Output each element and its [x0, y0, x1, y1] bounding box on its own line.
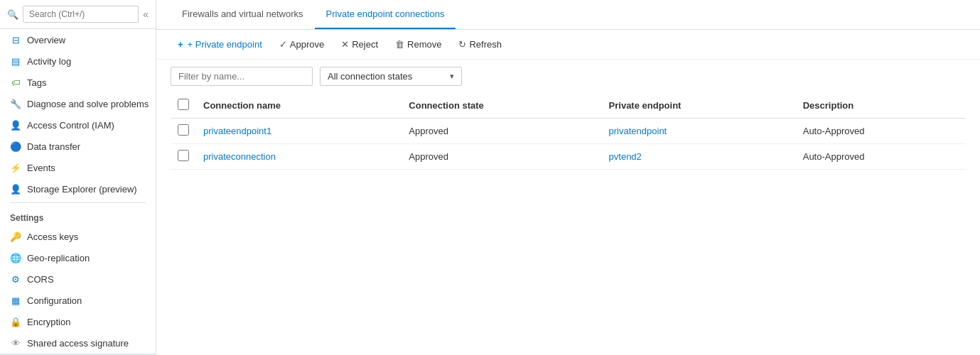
- sidebar: 🔍 « ⊟ Overview ▤ Activity log 🏷 Tags 🔧 D…: [0, 0, 156, 355]
- sidebar-item-data-transfer[interactable]: 🔵 Data transfer: [0, 136, 156, 157]
- iam-icon: 👤: [10, 119, 21, 131]
- sidebar-item-tags[interactable]: 🏷 Tags: [0, 72, 156, 93]
- storage-explorer-icon: 👤: [10, 183, 21, 195]
- sidebar-item-access-keys[interactable]: 🔑 Access keys: [0, 226, 156, 247]
- sidebar-item-activity-log[interactable]: ▤ Activity log: [0, 50, 156, 72]
- add-private-endpoint-button[interactable]: + + Private endpoint: [171, 36, 269, 53]
- tab-private-endpoints[interactable]: Private endpoint connections: [315, 0, 456, 29]
- sidebar-divider: [10, 202, 146, 203]
- col-header-state: Connection state: [402, 93, 601, 119]
- approve-button[interactable]: ✓ Approve: [272, 36, 331, 53]
- add-icon: +: [178, 39, 183, 50]
- sidebar-item-label: Configuration: [27, 295, 82, 306]
- row-checkbox-cell: [171, 144, 196, 170]
- refresh-button[interactable]: ↻ Refresh: [451, 36, 509, 53]
- geo-replication-icon: 🌐: [10, 252, 21, 263]
- col-header-endpoint: Private endpoint: [602, 93, 796, 119]
- table-header-row: Connection name Connection state Private…: [171, 93, 966, 119]
- private-endpoint-link[interactable]: privatendpoint: [609, 126, 667, 136]
- sidebar-nav: ⊟ Overview ▤ Activity log 🏷 Tags 🔧 Diagn…: [0, 29, 156, 200]
- sidebar-item-label: Storage Explorer (preview): [27, 184, 137, 195]
- refresh-icon: ↻: [458, 39, 466, 50]
- encryption-icon: 🔒: [10, 316, 21, 327]
- filters-container: All connection states ▾: [156, 60, 980, 93]
- tabs-container: Firewalls and virtual networks Private e…: [156, 0, 980, 30]
- connection-name-link[interactable]: privateconnection: [203, 151, 276, 162]
- access-keys-icon: 🔑: [10, 231, 21, 242]
- state-filter-dropdown[interactable]: All connection states ▾: [320, 67, 462, 86]
- sidebar-item-events[interactable]: ⚡ Events: [0, 157, 156, 178]
- reject-icon: ✕: [341, 39, 349, 50]
- table-row: privateconnection Approved pvtend2 Auto-…: [171, 144, 966, 170]
- activity-log-icon: ▤: [10, 55, 21, 67]
- tab-firewalls[interactable]: Firewalls and virtual networks: [171, 0, 315, 29]
- sidebar-item-label: Tags: [27, 77, 46, 88]
- sidebar-item-label: Access Control (IAM): [27, 120, 114, 131]
- sidebar-item-diagnose[interactable]: 🔧 Diagnose and solve problems: [0, 93, 156, 114]
- remove-button[interactable]: 🗑 Remove: [388, 36, 448, 53]
- sidebar-item-label: Overview: [27, 35, 65, 45]
- sidebar-collapse-button[interactable]: «: [143, 9, 149, 20]
- sidebar-item-label: Data transfer: [27, 141, 80, 152]
- overview-icon: ⊟: [10, 34, 21, 45]
- connections-table: Connection name Connection state Private…: [171, 93, 966, 170]
- row-select-checkbox[interactable]: [178, 150, 189, 161]
- row-select-checkbox[interactable]: [178, 124, 189, 136]
- table-row: privateendpoint1 Approved privatendpoint…: [171, 119, 966, 144]
- description-cell: Auto-Approved: [796, 144, 966, 170]
- sidebar-item-label: Access keys: [27, 231, 78, 242]
- sidebar-item-label: Encryption: [27, 317, 70, 327]
- main-content: Firewalls and virtual networks Private e…: [156, 0, 980, 355]
- private-endpoint-cell: privatendpoint: [602, 119, 796, 144]
- remove-icon: 🗑: [395, 39, 404, 50]
- settings-section-label: Settings: [0, 206, 156, 226]
- tags-icon: 🏷: [10, 77, 21, 88]
- approve-icon: ✓: [279, 39, 287, 50]
- reject-button[interactable]: ✕ Reject: [334, 36, 385, 53]
- sidebar-item-encryption[interactable]: 🔒 Encryption: [0, 311, 156, 332]
- sidebar-item-label: Diagnose and solve problems: [27, 99, 149, 109]
- description-cell: Auto-Approved: [796, 119, 966, 144]
- connections-table-container: Connection name Connection state Private…: [156, 93, 980, 355]
- connection-name-cell: privateendpoint1: [196, 119, 402, 144]
- sidebar-item-label: Geo-replication: [27, 253, 90, 263]
- sidebar-item-configuration[interactable]: ▦ Configuration: [0, 290, 156, 311]
- name-filter-input[interactable]: [171, 67, 313, 86]
- select-all-checkbox[interactable]: [178, 99, 189, 110]
- chevron-down-icon: ▾: [450, 72, 454, 81]
- sidebar-item-label: Events: [27, 163, 55, 173]
- sidebar-item-iam[interactable]: 👤 Access Control (IAM): [0, 114, 156, 136]
- sidebar-search-input[interactable]: [23, 6, 139, 23]
- diagnose-icon: 🔧: [10, 98, 21, 109]
- configuration-icon: ▦: [10, 295, 21, 306]
- sidebar-item-storage-explorer[interactable]: 👤 Storage Explorer (preview): [0, 178, 156, 200]
- connection-state-cell: Approved: [402, 119, 601, 144]
- sidebar-settings-nav: 🔑 Access keys 🌐 Geo-replication ⚙ CORS ▦…: [0, 226, 156, 355]
- sidebar-item-cors[interactable]: ⚙ CORS: [0, 268, 156, 290]
- col-header-name: Connection name: [196, 93, 402, 119]
- sidebar-search-container: 🔍 «: [0, 0, 156, 29]
- cors-icon: ⚙: [10, 273, 21, 285]
- private-endpoint-link[interactable]: pvtend2: [609, 151, 642, 162]
- toolbar: + + Private endpoint ✓ Approve ✕ Reject …: [156, 30, 980, 60]
- shared-access-icon: 👁: [10, 337, 21, 349]
- col-header-description: Description: [796, 93, 966, 119]
- sidebar-item-shared-access[interactable]: 👁 Shared access signature: [0, 332, 156, 354]
- sidebar-item-label: Shared access signature: [27, 338, 129, 349]
- sidebar-item-label: Activity log: [27, 56, 71, 67]
- search-icon: 🔍: [7, 9, 18, 20]
- connection-name-cell: privateconnection: [196, 144, 402, 170]
- data-transfer-icon: 🔵: [10, 141, 21, 152]
- sidebar-item-overview[interactable]: ⊟ Overview: [0, 29, 156, 50]
- private-endpoint-cell: pvtend2: [602, 144, 796, 170]
- sidebar-item-label: CORS: [27, 274, 54, 285]
- row-checkbox-cell: [171, 119, 196, 144]
- connection-name-link[interactable]: privateendpoint1: [203, 126, 271, 136]
- connection-state-cell: Approved: [402, 144, 601, 170]
- header-checkbox-cell: [171, 93, 196, 119]
- sidebar-item-geo-replication[interactable]: 🌐 Geo-replication: [0, 247, 156, 268]
- events-icon: ⚡: [10, 162, 21, 173]
